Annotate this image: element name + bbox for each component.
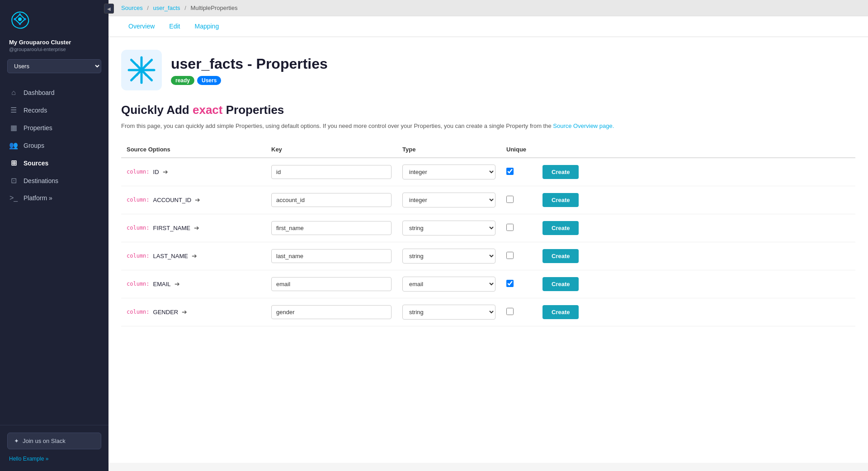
type-select[interactable]: booleandateemailfloatintegerphoneNumbers… (402, 305, 495, 320)
key-input[interactable] (271, 277, 392, 291)
records-icon: ☰ (9, 106, 18, 114)
key-input[interactable] (271, 249, 392, 263)
source-logo (121, 50, 162, 90)
collapse-sidebar-button[interactable]: ◀ (104, 4, 114, 14)
action-cell: Create (537, 158, 855, 186)
table-row: column: ID ➔ booleandateemailfloatintege… (121, 158, 855, 186)
sidebar-item-sources[interactable]: ⊞ Sources (0, 154, 108, 172)
slack-button[interactable]: ✦ Join us on Slack (7, 433, 101, 449)
column-label: column: (127, 309, 150, 315)
create-button[interactable]: Create (542, 193, 579, 207)
tab-overview[interactable]: Overview (121, 16, 162, 37)
arrow-icon: ➔ (182, 308, 187, 316)
source-overview-link[interactable]: Source Overview page. (553, 122, 614, 129)
sidebar-item-label: Destinations (24, 177, 58, 184)
tab-mapping[interactable]: Mapping (187, 16, 226, 37)
table-row: column: ACCOUNT_ID ➔ booleandateemailflo… (121, 186, 855, 214)
sidebar: ◀ My Grouparoo Cluster @grouparoo/ui-ent… (0, 0, 108, 471)
unique-checkbox[interactable] (506, 252, 514, 259)
source-cell: column: EMAIL ➔ (127, 280, 260, 287)
key-input[interactable] (271, 305, 392, 319)
source-options-cell: column: ACCOUNT_ID ➔ (121, 186, 266, 214)
sidebar-item-destinations[interactable]: ⊡ Destinations (0, 172, 108, 189)
create-button[interactable]: Create (542, 305, 579, 319)
unique-checkbox[interactable] (506, 308, 514, 315)
hello-link[interactable]: Hello Example » (7, 454, 101, 464)
table-row: column: EMAIL ➔ booleandateemailfloatint… (121, 270, 855, 298)
create-button[interactable]: Create (542, 277, 579, 291)
cluster-name: My Grouparoo Cluster (9, 39, 99, 46)
key-cell (266, 298, 397, 326)
breadcrumb: Sources / user_facts / MultiplePropertie… (108, 0, 868, 16)
column-value: ACCOUNT_ID (153, 197, 192, 203)
sidebar-item-properties[interactable]: ▦ Properties (0, 119, 108, 137)
breadcrumb-sources[interactable]: Sources (121, 5, 143, 11)
unique-cell (501, 186, 537, 214)
type-select[interactable]: booleandateemailfloatintegerphoneNumbers… (402, 193, 495, 207)
sidebar-item-label: Platform » (24, 194, 52, 202)
unique-checkbox[interactable] (506, 224, 514, 231)
create-button[interactable]: Create (542, 249, 579, 263)
source-options-cell: column: LAST_NAME ➔ (121, 242, 266, 270)
table-row: column: GENDER ➔ booleandateemailfloatin… (121, 298, 855, 326)
section-title-highlight: exact (193, 103, 223, 117)
type-select[interactable]: booleandateemailfloatintegerphoneNumbers… (402, 277, 495, 292)
breadcrumb-user-facts[interactable]: user_facts (153, 5, 180, 11)
type-select[interactable]: booleandateemailfloatintegerphoneNumbers… (402, 165, 495, 179)
sidebar-item-label: Records (24, 107, 47, 114)
col-header-type: Type (397, 141, 501, 158)
svg-point-4 (14, 18, 16, 20)
cluster-info: My Grouparoo Cluster @grouparoo/ui-enter… (0, 35, 108, 59)
create-button[interactable]: Create (542, 165, 579, 179)
source-header: user_facts - Properties ready Users (121, 50, 855, 90)
key-input[interactable] (271, 193, 392, 207)
svg-point-3 (19, 23, 21, 25)
user-select[interactable]: Users All (7, 59, 101, 73)
arrow-icon: ➔ (163, 168, 168, 175)
source-title: user_facts - Properties (171, 56, 328, 72)
svg-point-2 (24, 18, 26, 20)
key-cell (266, 242, 397, 270)
source-options-cell: column: EMAIL ➔ (121, 270, 266, 298)
source-options-cell: column: GENDER ➔ (121, 298, 266, 326)
key-input[interactable] (271, 221, 392, 235)
type-cell: booleandateemailfloatintegerphoneNumbers… (397, 186, 501, 214)
unique-checkbox[interactable] (506, 168, 514, 175)
column-label: column: (127, 225, 150, 231)
source-options-cell: column: ID ➔ (121, 158, 266, 186)
platform-icon: >_ (9, 194, 18, 202)
svg-point-1 (19, 14, 21, 16)
unique-checkbox[interactable] (506, 196, 514, 203)
type-select[interactable]: booleandateemailfloatintegerphoneNumbers… (402, 221, 495, 236)
action-cell: Create (537, 270, 855, 298)
arrow-icon: ➔ (192, 252, 197, 259)
unique-checkbox[interactable] (506, 280, 514, 287)
column-value: FIRST_NAME (153, 225, 190, 231)
unique-cell (501, 270, 537, 298)
section-title: Quickly Add exact Properties (121, 103, 855, 117)
type-cell: booleandateemailfloatintegerphoneNumbers… (397, 214, 501, 242)
arrow-icon: ➔ (195, 196, 200, 203)
tab-edit[interactable]: Edit (162, 16, 187, 37)
sidebar-bottom: ✦ Join us on Slack Hello Example » (0, 425, 108, 471)
action-cell: Create (537, 214, 855, 242)
properties-icon: ▦ (9, 123, 18, 132)
type-cell: booleandateemailfloatintegerphoneNumbers… (397, 298, 501, 326)
type-select[interactable]: booleandateemailfloatintegerphoneNumbers… (402, 249, 495, 264)
key-cell (266, 186, 397, 214)
action-cell: Create (537, 298, 855, 326)
column-value: GENDER (153, 309, 179, 316)
sidebar-item-platform[interactable]: >_ Platform » (0, 189, 108, 207)
unique-cell (501, 214, 537, 242)
sidebar-item-records[interactable]: ☰ Records (0, 101, 108, 119)
table-row: column: FIRST_NAME ➔ booleandateemailflo… (121, 214, 855, 242)
sidebar-item-groups[interactable]: 👥 Groups (0, 137, 108, 154)
unique-cell (501, 242, 537, 270)
key-input[interactable] (271, 165, 392, 179)
user-select-wrap[interactable]: Users All (0, 59, 108, 80)
sidebar-nav: ⌂ Dashboard ☰ Records ▦ Properties 👥 Gro… (0, 80, 108, 425)
action-cell: Create (537, 186, 855, 214)
create-button[interactable]: Create (542, 221, 579, 235)
sidebar-item-dashboard[interactable]: ⌂ Dashboard (0, 84, 108, 101)
source-options-cell: column: FIRST_NAME ➔ (121, 214, 266, 242)
